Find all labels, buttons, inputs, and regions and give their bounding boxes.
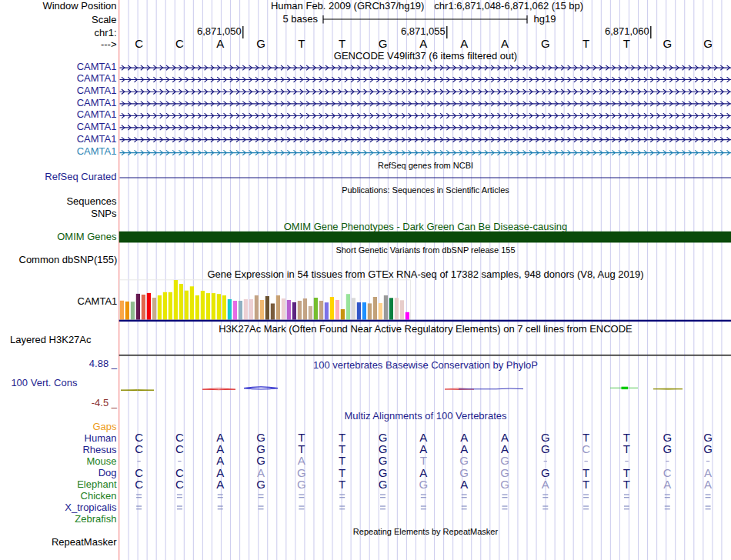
- svg-text:T: T: [623, 442, 630, 455]
- svg-text:C: C: [135, 37, 143, 50]
- svg-text:G: G: [541, 442, 550, 455]
- svg-text:T: T: [582, 37, 589, 50]
- svg-text:Layered H3K27Ac: Layered H3K27Ac: [10, 334, 92, 345]
- svg-text:T: T: [623, 478, 630, 491]
- svg-text:RefSeq Curated: RefSeq Curated: [45, 171, 116, 182]
- svg-text:CAMTA1: CAMTA1: [77, 61, 117, 72]
- svg-text:A: A: [460, 37, 468, 50]
- svg-text:A: A: [460, 478, 468, 491]
- svg-text:CAMTA1: CAMTA1: [77, 108, 117, 120]
- svg-text:A: A: [216, 478, 224, 491]
- svg-text:C: C: [175, 478, 184, 491]
- svg-text:Zebrafish: Zebrafish: [75, 513, 116, 525]
- svg-text:CAMTA1: CAMTA1: [77, 121, 117, 132]
- svg-text:GENCODE V49lift37 (6 items fil: GENCODE V49lift37 (6 items filtered out): [334, 50, 517, 62]
- svg-text:6,871,050: 6,871,050: [197, 25, 242, 37]
- svg-text:T: T: [298, 37, 305, 50]
- svg-text:G: G: [379, 37, 388, 50]
- svg-text:CAMTA1: CAMTA1: [78, 295, 118, 307]
- svg-text:A: A: [704, 478, 712, 491]
- svg-text:Repeating Elements by RepeatMa: Repeating Elements by RepeatMasker: [353, 527, 499, 536]
- svg-text:A: A: [501, 37, 509, 50]
- svg-text:T: T: [582, 478, 589, 491]
- svg-text:Gaps: Gaps: [92, 421, 117, 432]
- svg-text:CAMTA1: CAMTA1: [77, 97, 117, 108]
- svg-text:4.88 _: 4.88 _: [89, 358, 118, 369]
- svg-text:G: G: [297, 478, 306, 491]
- svg-text:Short Genetic Variants from db: Short Genetic Variants from dbSNP releas…: [335, 245, 515, 255]
- svg-text:C: C: [135, 442, 143, 455]
- svg-text:Rhesus: Rhesus: [82, 444, 117, 455]
- svg-text:C: C: [135, 478, 143, 491]
- svg-text:Mouse: Mouse: [86, 455, 116, 467]
- svg-text:A: A: [663, 478, 671, 491]
- svg-text:C: C: [175, 37, 184, 50]
- svg-text:Scale: Scale: [92, 14, 117, 25]
- svg-text:CAMTA1: CAMTA1: [77, 145, 117, 157]
- svg-text:Multiz Alignments of 100 Verte: Multiz Alignments of 100 Vertebrates: [344, 410, 507, 422]
- svg-text:Gene Expression in 54 tissues: Gene Expression in 54 tissues from GTEx …: [207, 268, 643, 280]
- svg-text:OMIM Genes: OMIM Genes: [57, 231, 117, 242]
- svg-text:SNPs: SNPs: [91, 208, 117, 219]
- svg-text:Human: Human: [85, 432, 117, 444]
- svg-text:X_tropicalis: X_tropicalis: [65, 502, 117, 513]
- svg-text:C: C: [175, 442, 184, 455]
- svg-text:CAMTA1: CAMTA1: [77, 85, 117, 96]
- svg-text:Common dbSNP(155): Common dbSNP(155): [19, 254, 118, 265]
- svg-text:100 vertebrates Basewise Conse: 100 vertebrates Basewise Conservation by…: [313, 359, 538, 371]
- svg-text:G: G: [703, 442, 713, 455]
- svg-text:chr1:: chr1:: [95, 27, 117, 38]
- svg-text:--->: --->: [101, 38, 117, 50]
- svg-text:Elephant: Elephant: [77, 478, 117, 490]
- svg-text:G: G: [500, 478, 509, 491]
- svg-text:CAMTA1: CAMTA1: [77, 72, 117, 84]
- svg-text:CAMTA1: CAMTA1: [77, 133, 117, 145]
- svg-text:G: G: [663, 37, 672, 50]
- svg-text:G: G: [703, 37, 713, 50]
- svg-text:Sequences: Sequences: [66, 195, 117, 207]
- svg-text:C: C: [582, 442, 590, 455]
- svg-text:-4.5 _: -4.5 _: [92, 397, 118, 408]
- svg-text:H3K27Ac Mark (Often Found Near: H3K27Ac Mark (Often Found Near Active Re…: [219, 323, 633, 335]
- svg-text:G: G: [256, 37, 265, 50]
- svg-text:A: A: [542, 478, 549, 491]
- svg-text:G: G: [256, 478, 265, 491]
- svg-text:5 bases: 5 bases: [282, 13, 318, 25]
- svg-text:T: T: [623, 37, 630, 50]
- svg-text:G: G: [379, 478, 388, 491]
- svg-text:6,871,060: 6,871,060: [605, 25, 649, 37]
- svg-text:hg19: hg19: [534, 13, 556, 25]
- svg-text:G: G: [663, 442, 672, 455]
- svg-text:OMIM Gene Phenotypes - Dark Gr: OMIM Gene Phenotypes - Dark Green Can Be…: [284, 221, 568, 232]
- svg-text:Dog: Dog: [98, 467, 117, 478]
- svg-text:A: A: [419, 37, 427, 50]
- svg-text:RefSeq genes from NCBI: RefSeq genes from NCBI: [378, 161, 473, 170]
- svg-text:Publications: Sequences in Sci: Publications: Sequences in Scientific Ar…: [342, 185, 509, 195]
- svg-text:A: A: [216, 37, 224, 50]
- svg-text:T: T: [339, 478, 345, 491]
- svg-text:Human Feb. 2009 (GRCh37/hg19): Human Feb. 2009 (GRCh37/hg19) chr1:6,871…: [271, 0, 583, 12]
- svg-text:RepeatMasker: RepeatMasker: [52, 536, 117, 548]
- svg-text:Chicken: Chicken: [81, 490, 117, 502]
- svg-text:G: G: [541, 37, 550, 50]
- svg-text:6,871,055: 6,871,055: [401, 25, 446, 37]
- svg-text:Window Position: Window Position: [42, 0, 116, 12]
- svg-text:100 Vert. Cons: 100 Vert. Cons: [11, 377, 77, 388]
- svg-text:G: G: [419, 478, 429, 491]
- svg-text:T: T: [339, 37, 345, 50]
